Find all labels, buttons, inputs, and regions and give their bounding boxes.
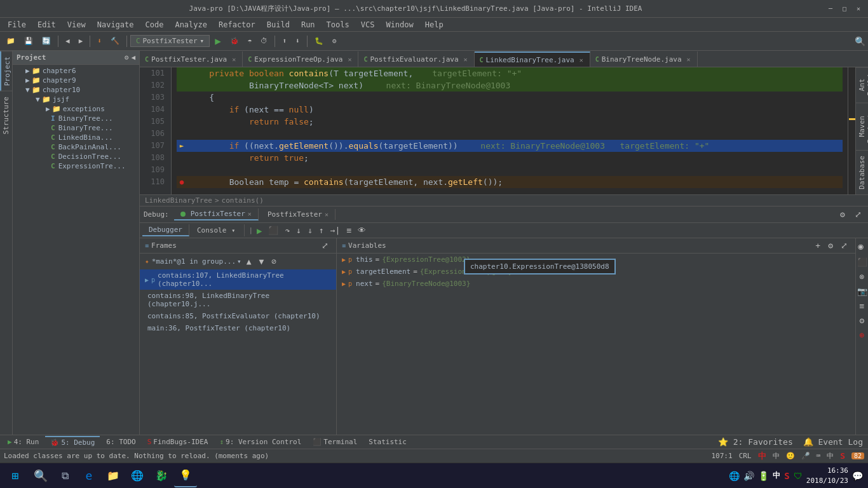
toolbar-back-btn[interactable]: ◀ (62, 36, 74, 46)
tab-close-postfixtester[interactable]: ✕ (232, 56, 236, 63)
tree-item-linkedbinary[interactable]: C LinkedBina... (13, 133, 139, 142)
menu-refactor[interactable]: Refactor (214, 19, 261, 30)
taskbar-ie-btn[interactable]: e (78, 464, 100, 487)
breadcrumb-linkedbinarytree[interactable]: LinkedBinaryTree (145, 196, 212, 205)
profile-button[interactable]: ⏱ (257, 36, 271, 46)
tree-item-exceptions[interactable]: ▶ 📁 exceptions (13, 104, 139, 114)
taskbar-dragon-btn[interactable]: 🐉 (150, 464, 173, 487)
toolbar-download-btn[interactable]: ⬇ (93, 36, 105, 46)
run-config-dropdown[interactable]: C PostfixTester ▾ (130, 35, 210, 47)
thread-step-down[interactable]: ▼ (257, 255, 267, 268)
favorites-btn[interactable]: ⭐ 2: Favorites (715, 436, 796, 448)
tab-close-expressiontreeop[interactable]: ✕ (348, 56, 351, 63)
close-button[interactable]: ✕ (854, 4, 863, 13)
vars-add-btn[interactable]: + (813, 240, 823, 252)
menu-window[interactable]: Window (381, 19, 418, 30)
breadcrumb-contains[interactable]: contains() (222, 196, 264, 205)
run-to-cursor-btn[interactable]: →| (328, 224, 343, 236)
tree-item-expressiontree[interactable]: C ExpressionTre... (13, 161, 139, 171)
var-next[interactable]: ▶ p next = {BinaryTreeNode@1003} (337, 278, 855, 290)
tree-item-binarytreenode[interactable]: C BinaryTree... (13, 123, 139, 133)
watches-btn[interactable]: 👁 (355, 224, 369, 236)
ant-build-tab[interactable]: Ant Build (856, 67, 868, 102)
thread-filter[interactable]: ⊘ (269, 255, 279, 268)
vars-expand-btn[interactable]: ⤢ (838, 240, 850, 252)
run-tool-tab[interactable]: ▶ 4: Run (3, 437, 44, 447)
cursor-position[interactable]: 107:1 (712, 452, 733, 460)
tab-binarytreenode[interactable]: C BinaryTreeNode.java ✕ (590, 51, 698, 67)
menu-edit[interactable]: Edit (32, 19, 61, 30)
debug-side-btn-2[interactable]: ⬛ (855, 256, 869, 268)
toolbar-vcs-btn[interactable]: ⬆ (278, 36, 290, 46)
statistic-tool-tab[interactable]: Statistic (363, 437, 412, 447)
frame-item-4[interactable]: main:36, PostfixTester (chapter10) (140, 322, 336, 334)
menu-build[interactable]: Build (262, 19, 295, 30)
tree-item-chapter6[interactable]: ▶ 📁 chapter6 (13, 66, 139, 76)
evaluate-btn[interactable]: ≡ (344, 224, 354, 236)
debug-side-btn-6[interactable]: ⚙ (857, 315, 867, 327)
step-over-btn[interactable]: ↷ (282, 224, 292, 236)
taskbar-idea-btn[interactable]: 💡 (174, 464, 197, 487)
findbugs-tool-tab[interactable]: S FindBugs-IDEA (142, 437, 214, 447)
force-step-into-btn[interactable]: ⇓ (305, 224, 315, 236)
menu-view[interactable]: View (62, 19, 91, 30)
resume-btn[interactable]: ▶ (254, 224, 264, 237)
taskbar-search-btn[interactable]: 🔍 (29, 464, 52, 487)
structure-panel-tab[interactable]: Structure (0, 91, 12, 140)
event-log-btn[interactable]: 🔔 Event Log (801, 436, 865, 448)
debug-settings-btn[interactable]: ⚙ (837, 208, 848, 220)
debug-button[interactable]: 🐞 (226, 36, 243, 46)
debug-tool-tab[interactable]: 🐞 5: Debug (45, 436, 100, 448)
toolbar-forward-btn[interactable]: ▶ (75, 36, 87, 46)
toolbar-vcs-update-btn[interactable]: ⬇ (292, 36, 304, 46)
tree-item-binarytree-i[interactable]: I BinaryTree... (13, 114, 139, 123)
debug-close-2[interactable]: ✕ (325, 211, 329, 218)
database-tab[interactable]: Database (856, 150, 868, 194)
menu-tools[interactable]: Tools (322, 19, 355, 30)
input-method-cn[interactable]: 中 (773, 451, 780, 461)
taskbar-task-view-btn[interactable]: ⧉ (53, 464, 76, 487)
start-button[interactable]: ⊞ (3, 464, 28, 487)
tab-postfixtester[interactable]: C PostfixTester.java ✕ (140, 51, 243, 67)
toolbar-sync-btn[interactable]: 🔄 (38, 36, 55, 46)
thread-step-up[interactable]: ▲ (244, 255, 254, 268)
maximize-button[interactable]: □ (840, 4, 849, 13)
frame-item-1[interactable]: ▶ p contains:107, LinkedBinaryTree (chap… (140, 269, 336, 290)
notification-icon[interactable]: 💬 (852, 471, 863, 481)
maven-projects-tab[interactable]: Maven Projects (856, 102, 868, 150)
debug-side-btn-1[interactable]: ◉ (856, 242, 869, 252)
tree-item-chapter10[interactable]: ▼ 📁 chapter10 (13, 85, 139, 95)
menu-file[interactable]: File (3, 19, 31, 30)
debugger-tab[interactable]: Debugger (142, 224, 189, 236)
terminal-tool-tab[interactable]: ⬛ Terminal (308, 437, 362, 447)
menu-run[interactable]: Run (296, 19, 320, 30)
toolbar-save-btn[interactable]: 💾 (20, 36, 37, 46)
network-icon[interactable]: 🌐 (729, 471, 740, 481)
menu-analyze[interactable]: Analyze (170, 19, 212, 30)
step-into-btn[interactable]: ↓ (294, 224, 304, 236)
search-everywhere-icon[interactable]: 🔍 (855, 36, 865, 46)
tab-close-binarytreenode[interactable]: ✕ (687, 56, 691, 63)
project-panel-tab[interactable]: Project (0, 51, 12, 91)
todo-tool-tab[interactable]: 6: TODO (101, 437, 140, 447)
menu-help[interactable]: Help (420, 19, 449, 30)
tab-close-linkedbinarytree[interactable]: ✕ (580, 57, 583, 64)
tree-item-chapter9[interactable]: ▶ 📁 chapter9 (13, 76, 139, 85)
thread-dropdown[interactable]: *main*@1 in group... ▾ (152, 257, 241, 266)
volume-icon[interactable]: 🔊 (743, 471, 754, 481)
tree-item-decisiontree[interactable]: C DecisionTree... (13, 152, 139, 161)
vars-settings-btn[interactable]: ⚙ (825, 240, 836, 252)
debug-tab-postfixtester2[interactable]: PostfixTester ✕ (261, 209, 336, 220)
code-content[interactable]: private boolean contains (T targetElemen… (172, 67, 848, 194)
run-button[interactable]: ▶ (211, 34, 225, 48)
debug-side-btn-5[interactable]: ≡ (857, 300, 867, 312)
project-header-gear-icon[interactable]: ⚙ (125, 53, 129, 62)
menu-navigate[interactable]: Navigate (92, 19, 139, 30)
toolbar-settings-btn[interactable]: ⚙ (329, 36, 341, 46)
frame-item-3[interactable]: contains:85, PostfixEvaluator (chapter10… (140, 310, 336, 322)
project-header-hide-icon[interactable]: ◀ (131, 53, 135, 62)
stop-btn[interactable]: ⬛ (266, 224, 281, 236)
debug-side-btn-7[interactable]: ⊕ (857, 329, 867, 341)
debug-close-1[interactable]: ✕ (248, 210, 252, 217)
tab-linkedbinarytree[interactable]: C LinkedBinaryTree.java ✕ (475, 51, 590, 67)
